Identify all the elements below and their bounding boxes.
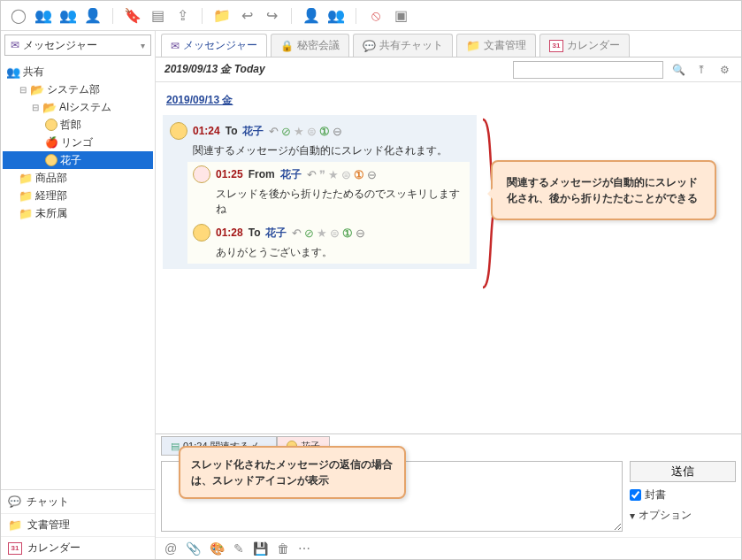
send-button[interactable]: 送信 xyxy=(630,461,736,482)
more-icon[interactable]: ⋯ xyxy=(298,541,310,556)
nav-chat[interactable]: 💬チャット xyxy=(1,490,155,513)
tree-unassigned[interactable]: 📁未所属 xyxy=(3,204,153,222)
tree-ringo[interactable]: 🍎リンゴ xyxy=(3,134,153,151)
tag-icon[interactable]: 🔖 xyxy=(124,7,142,25)
users-icon[interactable]: 👥 xyxy=(327,7,345,25)
nav-calendar[interactable]: 31カレンダー xyxy=(1,536,155,559)
away-icon[interactable]: ⦸ xyxy=(367,7,385,25)
tree-ai[interactable]: ⊟📂AIシステム xyxy=(3,98,153,116)
chevron-down-icon: ▾ xyxy=(630,510,635,522)
tab-secret[interactable]: 🔒秘密会議 xyxy=(271,34,349,57)
folder-icon: 📁 xyxy=(466,39,480,52)
tab-shared[interactable]: 💬共有チャット xyxy=(353,34,453,57)
edit-icon[interactable]: ✎ xyxy=(233,541,244,556)
options-toggle[interactable]: ▾オプション xyxy=(630,508,736,523)
folder-icon: 📁 xyxy=(19,189,33,203)
reply-icon[interactable]: ↶ xyxy=(307,168,317,181)
people-icon: 👥 xyxy=(6,65,20,79)
sidebar-mode-dropdown[interactable]: ✉メッセンジャー ▾ xyxy=(4,35,151,56)
check-icon[interactable]: ⊘ xyxy=(304,226,314,240)
save-icon[interactable]: 💾 xyxy=(253,541,268,556)
star-icon[interactable]: ★ xyxy=(294,125,304,138)
calendar-icon: 31 xyxy=(8,542,22,555)
thread: 01:24 To 花子 ↶ ⊘ ★ ⊜ ① ⊖ xyxy=(163,115,477,269)
tree-tetsuro[interactable]: 哲郎 xyxy=(3,116,153,134)
tree-hanako[interactable]: 花子 xyxy=(3,151,153,169)
nav-docs[interactable]: 📁文書管理 xyxy=(1,513,155,536)
circle-icon[interactable]: ⊜ xyxy=(307,125,317,138)
msg-direction: From xyxy=(249,168,275,180)
search-icon[interactable]: 🔍 xyxy=(670,62,686,78)
check-icon[interactable]: ⊘ xyxy=(281,125,291,138)
top-toolbar: ◯ 👥 👥 👤 🔖 ▤ ⇪ 📁 ↩ ↪ 👤 👥 ⦸ ▣ xyxy=(1,1,741,31)
user-icon[interactable]: 👤 xyxy=(302,7,320,25)
envelope-icon: ✉ xyxy=(11,39,19,51)
reply-icon[interactable]: ↶ xyxy=(269,125,279,138)
chat-icon: 💬 xyxy=(363,40,376,52)
quote-icon[interactable]: ❞ xyxy=(319,168,325,181)
group-green-icon[interactable]: 👥 xyxy=(59,7,77,25)
star-icon[interactable]: ★ xyxy=(328,168,339,181)
collapse-icon[interactable]: ⊖ xyxy=(356,226,365,240)
folder-icon: 📁 xyxy=(8,518,22,532)
tree-share[interactable]: 👥共有 xyxy=(3,63,153,81)
mention-icon[interactable]: @ xyxy=(164,541,177,556)
annotation-thread-icon: スレッド化されたメッセージの返信の場合は、スレッドアイコンが表示 xyxy=(179,446,406,499)
expand-icon[interactable]: ⊟ xyxy=(31,103,40,112)
palette-icon[interactable]: 🎨 xyxy=(210,541,225,556)
compose-toolbar: @ 📎 🎨 ✎ 💾 🗑 ⋯ xyxy=(156,537,741,559)
circle-icon[interactable]: ⊜ xyxy=(330,226,340,240)
group-blue-icon[interactable]: 👤 xyxy=(84,7,102,25)
expand-icon[interactable]: ⊟ xyxy=(19,85,27,95)
tab-calendar[interactable]: 31カレンダー xyxy=(539,34,630,57)
forward-icon[interactable]: ↪ xyxy=(263,7,280,25)
group-icon[interactable]: 👥 xyxy=(34,7,52,25)
doc-icon[interactable]: ▤ xyxy=(149,7,166,25)
trash-icon[interactable]: 🗑 xyxy=(277,541,289,556)
calendar-icon: 31 xyxy=(549,40,563,52)
tab-messenger[interactable]: ✉メッセンジャー xyxy=(161,34,267,57)
msg-body: ありがとうございます。 xyxy=(216,245,464,260)
chevron-down-icon: ▾ xyxy=(141,41,145,50)
msg-sender: 花子 xyxy=(280,167,302,182)
settings-icon[interactable]: ⚙ xyxy=(716,62,732,78)
message-area: 2019/09/13 金 01:24 To 花子 ↶ xyxy=(156,82,741,433)
tab-docs[interactable]: 📁文書管理 xyxy=(456,34,536,57)
scroll-top-icon[interactable]: ⤒ xyxy=(693,62,709,78)
folder-icon: 📂 xyxy=(42,101,57,114)
apple-icon: 🍎 xyxy=(45,136,58,149)
alert-icon[interactable]: ① xyxy=(319,125,330,138)
sidebar: ✉メッセンジャー ▾ 👥共有 ⊟📂システム部 ⊟📂AIシステム 哲郎 🍎リンゴ … xyxy=(1,31,156,559)
video-icon[interactable]: ▣ xyxy=(392,7,409,25)
folder-icon: 📁 xyxy=(19,172,33,185)
collapse-icon[interactable]: ⊖ xyxy=(333,125,342,138)
avatar-icon xyxy=(45,154,57,166)
thread-date: 2019/09/13 金 xyxy=(166,93,734,108)
alert-icon[interactable]: ① xyxy=(354,168,364,181)
message-3: 01:28 To 花子 ↶ ⊘ ★ ⊜ ① ⊖ xyxy=(187,220,470,264)
star-icon[interactable]: ★ xyxy=(317,226,327,240)
share-icon[interactable]: ⇪ xyxy=(173,7,191,25)
collapse-icon[interactable]: ⊖ xyxy=(367,168,377,181)
sealed-checkbox[interactable]: 封書 xyxy=(630,487,736,502)
reply-icon[interactable]: ↶ xyxy=(292,226,302,240)
folder-icon: 📁 xyxy=(19,207,33,220)
circle-icon[interactable]: ⊜ xyxy=(341,168,351,181)
msg-time: 01:24 xyxy=(193,125,220,137)
date-bar: 2019/09/13 金 Today 🔍 ⤒ ⚙ xyxy=(156,58,741,82)
message-2: 01:25 From 花子 ↶ ❞ ★ ⊜ ① ⊖ xyxy=(187,162,470,220)
headset-icon[interactable]: ◯ xyxy=(10,7,27,25)
msg-recipient: 花子 xyxy=(242,124,264,139)
search-input[interactable] xyxy=(513,61,663,79)
alert-icon[interactable]: ① xyxy=(342,226,353,240)
sidebar-dropdown-label: メッセンジャー xyxy=(23,38,97,53)
tree-accounting[interactable]: 📁経理部 xyxy=(3,187,153,204)
current-date: 2019/09/13 金 Today xyxy=(164,62,265,77)
tree-sales[interactable]: 📁商品部 xyxy=(3,169,153,187)
folder-icon: 📂 xyxy=(30,83,44,96)
folder-icon[interactable]: 📁 xyxy=(213,7,231,25)
tree-system[interactable]: ⊟📂システム部 xyxy=(3,81,153,98)
attach-icon[interactable]: 📎 xyxy=(186,541,201,556)
reply-icon[interactable]: ↩ xyxy=(238,7,256,25)
sidebar-bottom-nav: 💬チャット 📁文書管理 31カレンダー xyxy=(1,489,155,559)
